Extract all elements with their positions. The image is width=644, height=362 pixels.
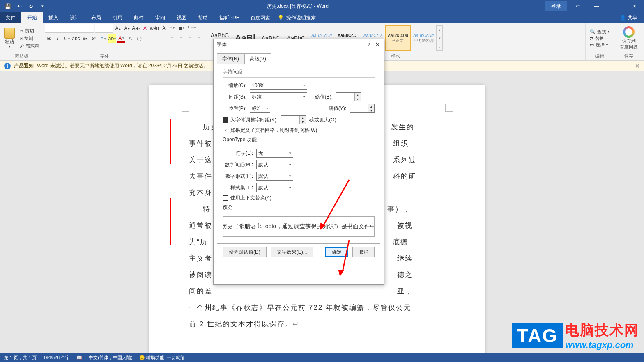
tab-design[interactable]: 设计 [64, 12, 85, 23]
align-right-icon[interactable]: ≡ [186, 34, 194, 42]
styleset-combo[interactable]: 默认▾ [256, 183, 293, 192]
select-button[interactable]: ▭选择▾ [590, 42, 610, 48]
phonetic-guide-icon[interactable]: wén [150, 24, 159, 32]
page-indicator[interactable]: 第 1 页，共 1 页 [4, 355, 37, 361]
set-default-button[interactable]: 设为默认值(D) [223, 247, 267, 257]
tab-home[interactable]: 开始 [21, 12, 43, 23]
subscript-icon[interactable]: x₂ [81, 34, 89, 43]
window-title: 历史.docx [兼容模式] - Word [50, 3, 545, 10]
styles-scroll[interactable]: ▴▾⌄ [436, 25, 443, 51]
shrink-font-icon[interactable]: A▾ [123, 24, 131, 32]
ribbon-options-icon[interactable]: ▭ [568, 0, 587, 12]
numform-combo[interactable]: 默认▾ [256, 172, 293, 181]
strikethrough-icon[interactable]: abc [72, 34, 80, 43]
tab-baidu[interactable]: 百度网盘 [245, 12, 276, 23]
highlight-icon[interactable]: ab [108, 34, 116, 43]
tab-view[interactable]: 视图 [171, 12, 192, 23]
undo-icon[interactable]: ↶ [14, 1, 25, 11]
brush-icon: 🖌 [20, 43, 24, 48]
scissors-icon: ✂ [20, 28, 23, 34]
tab-mailings[interactable]: 邮件 [128, 12, 150, 23]
contextual-checkbox[interactable]: 使用上下文替换(A) [223, 195, 271, 202]
position-combo[interactable]: 标准▾ [250, 104, 270, 113]
dialog-titlebar[interactable]: 字体 ? ✕ [214, 39, 384, 50]
superscript-icon[interactable]: x² [90, 34, 98, 43]
numbering-icon[interactable]: ≣ [177, 24, 185, 32]
justify-icon[interactable]: ≡ [195, 34, 203, 42]
tab-help[interactable]: 帮助 [192, 12, 214, 23]
cut-button[interactable]: ✂剪切 [18, 27, 41, 34]
notification-close-button[interactable]: ✕ [635, 63, 640, 69]
arrow-head-icon [337, 270, 344, 277]
kerning-checkbox[interactable]: 为字体调整字间距(K): [223, 117, 278, 124]
group-clipboard: 粘贴 ▾ ✂剪切 ⎘复制 🖌格式刷 剪贴板 [0, 23, 43, 60]
char-shading-icon[interactable]: A [126, 34, 134, 43]
word-count[interactable]: 194/528 个字 [43, 355, 70, 361]
text-effects-icon[interactable]: A [99, 34, 107, 43]
spellcheck-icon[interactable]: 📖 [76, 355, 82, 360]
tab-layout[interactable]: 布局 [85, 12, 107, 23]
font-family-select[interactable] [45, 24, 94, 33]
position-points-spinner[interactable]: ▴▾ [350, 104, 375, 113]
login-button[interactable]: 登录 [545, 1, 567, 11]
font-size-select[interactable] [95, 24, 113, 33]
spacing-combo[interactable]: 标准▾ [250, 92, 307, 101]
help-icon[interactable]: ? [367, 42, 370, 48]
format-painter-button[interactable]: 🖌格式刷 [18, 42, 41, 49]
tab-font-n[interactable]: 字体(N) [217, 53, 244, 64]
minimize-icon[interactable]: — [587, 0, 606, 12]
italic-icon[interactable]: I [54, 34, 62, 43]
qat-customize-icon[interactable]: ▾ [37, 1, 48, 11]
spacing-points-spinner[interactable]: ▴▾ [336, 92, 361, 101]
close-icon[interactable]: ✕ [625, 0, 644, 12]
multilevel-icon[interactable]: ⋮≡ [186, 24, 196, 32]
tab-references[interactable]: 引用 [107, 12, 128, 23]
baidu-save-button[interactable]: 保存到 百度网盘 [616, 25, 642, 52]
copy-button[interactable]: ⎘复制 [18, 35, 41, 42]
kerning-spinner[interactable]: ▴▾ [281, 115, 306, 124]
tab-advanced-v[interactable]: 高级(V) [244, 53, 271, 64]
redo-icon[interactable]: ↻ [25, 1, 36, 11]
align-center-icon[interactable]: ≡ [177, 34, 185, 42]
text-effects-button[interactable]: 文字效果(E)... [271, 247, 313, 257]
maximize-icon[interactable]: ◻ [606, 0, 625, 12]
font-dialog: 字体 ? ✕ 字体(N) 高级(V) 字符间距 缩放(C): 100%▾ 间距(… [213, 39, 384, 285]
dialog-close-button[interactable]: ✕ [375, 41, 380, 48]
tab-foxit[interactable]: 福昕PDF [214, 12, 245, 23]
group-editing: 🔍查找▾ ⇄替换 ▭选择▾ 编辑 [586, 23, 614, 60]
grow-font-icon[interactable]: A▴ [114, 24, 122, 32]
change-case-icon[interactable]: Aa [132, 24, 140, 32]
save-icon[interactable]: 💾 [2, 1, 13, 11]
clear-format-icon[interactable]: A̸ [141, 24, 149, 32]
share-button[interactable]: 👤 共享 [613, 12, 644, 23]
numspacing-combo[interactable]: 默认▾ [256, 160, 293, 169]
align-left-icon[interactable]: ≡ [168, 34, 176, 42]
revision-mark-icon [170, 198, 171, 245]
cursor-icon: ▭ [590, 42, 594, 48]
tell-me-search[interactable]: 💡 操作说明搜索 [278, 12, 316, 23]
cancel-button[interactable]: 取消 [352, 247, 375, 257]
style-item[interactable]: AaBbCcDd不明显强调 [411, 25, 436, 51]
bullets-icon[interactable]: ≡ [168, 24, 176, 32]
replace-button[interactable]: ⇄替换 [590, 35, 610, 41]
paste-button[interactable]: 粘贴 ▾ [2, 27, 17, 49]
tab-review[interactable]: 审阅 [150, 12, 171, 23]
annotation-arrow-icon [316, 176, 353, 230]
watermark: TAG 电脑技术网 www.tagxp.com [512, 321, 639, 351]
snap-grid-checkbox[interactable]: 如果定义了文档网格，则对齐到网格(W) [223, 127, 317, 134]
tab-file[interactable]: 文件 [0, 12, 21, 23]
find-button[interactable]: 🔍查找▾ [590, 29, 610, 35]
enclose-char-icon[interactable]: ㊥ [135, 34, 143, 43]
accessibility-indicator[interactable]: 🙂 辅助功能: 一切就绪 [139, 355, 185, 361]
revision-mark-icon [170, 119, 171, 164]
font-color-icon[interactable]: A [117, 34, 125, 43]
share-icon: 👤 [620, 15, 626, 21]
tab-insert[interactable]: 插入 [43, 12, 64, 23]
scale-combo[interactable]: 100%▾ [250, 81, 307, 90]
underline-icon[interactable]: U [63, 34, 71, 43]
language-indicator[interactable]: 中文(简体，中国大陆) [89, 355, 132, 361]
style-item-selected[interactable]: AaBbCcDd↵正文 [385, 25, 411, 51]
window-controls: ▭ — ◻ ✕ [568, 0, 644, 12]
bold-icon[interactable]: B [45, 34, 53, 43]
ligatures-combo[interactable]: 无▾ [256, 149, 293, 158]
